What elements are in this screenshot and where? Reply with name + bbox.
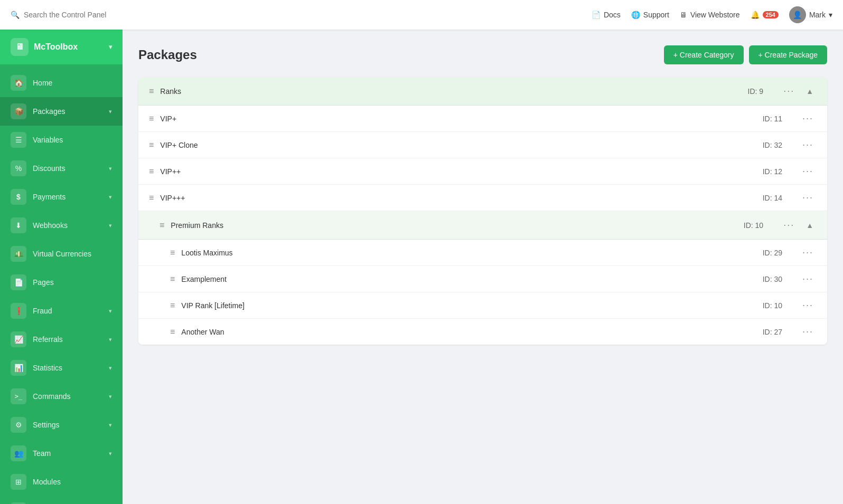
create-category-button[interactable]: + Create Category — [664, 45, 744, 64]
sidebar-label-pages: Pages — [33, 278, 112, 287]
sidebar-item-pages[interactable]: 📄 Pages — [0, 268, 123, 297]
more-button-premium-ranks[interactable]: ··· — [780, 218, 798, 232]
package-list: ≡ Ranks ID: 9 ··· ▲ ≡ VIP+ ID: 11 ··· ≡ — [138, 77, 827, 345]
sidebar-item-statistics[interactable]: 📊 Statistics ▾ — [0, 354, 123, 382]
more-button-vip-plus[interactable]: ··· — [799, 112, 817, 125]
sidebar-item-virtual-currencies[interactable]: 💵 Virtual Currencies — [0, 240, 123, 268]
package-row-vip-plusplus: ≡ VIP++ ID: 12 ··· — [138, 158, 827, 185]
category-name-premium-ranks: Premium Ranks — [171, 221, 737, 230]
create-package-button[interactable]: + Create Package — [749, 45, 827, 64]
sidebar-item-webhooks[interactable]: ⬇ Webhooks ▾ — [0, 211, 123, 240]
package-id-examplement: ID: 30 — [763, 275, 782, 283]
bell-icon: 🔔 — [751, 11, 760, 19]
drag-handle-examplement[interactable]: ≡ — [170, 274, 175, 284]
sidebar-label-virtual-currencies: Virtual Currencies — [33, 250, 112, 258]
sidebar-item-support-tickets[interactable]: 🎫 Support Tickets — [0, 496, 123, 504]
search-area: 🔍 — [11, 11, 592, 19]
webhooks-chevron: ▾ — [109, 222, 112, 229]
package-id-vip-plusplusplus: ID: 14 — [763, 194, 782, 202]
sidebar-label-fraud: Fraud — [33, 307, 102, 315]
payments-chevron: ▾ — [109, 194, 112, 201]
docs-link[interactable]: 📄 Docs — [592, 11, 621, 19]
package-name-lootis-maximus: Lootis Maximus — [181, 249, 756, 257]
sidebar-item-variables[interactable]: ☰ Variables — [0, 126, 123, 154]
webhooks-icon: ⬇ — [11, 217, 26, 233]
team-chevron: ▾ — [109, 450, 112, 457]
row-actions-vip-plusplus: ··· — [799, 165, 817, 178]
team-icon: 👥 — [11, 445, 26, 461]
drag-handle-premium-ranks[interactable]: ≡ — [160, 221, 164, 230]
fraud-icon: ❗ — [11, 303, 26, 319]
sidebar-label-settings: Settings — [33, 421, 102, 429]
package-id-vip-lifetime: ID: 10 — [763, 301, 782, 310]
sidebar: 🖥 McToolbox ▾ 🏠 Home 📦 Packages ▾ ☰ Vari… — [0, 30, 123, 504]
drag-handle-lootis-maximus[interactable]: ≡ — [170, 248, 175, 258]
packages-icon: 📦 — [11, 103, 26, 119]
search-input[interactable] — [24, 11, 161, 19]
more-button-vip-plusplus[interactable]: ··· — [799, 165, 817, 178]
more-button-another-wan[interactable]: ··· — [799, 325, 817, 338]
drag-handle-ranks[interactable]: ≡ — [149, 87, 154, 96]
package-row-examplement: ≡ Examplement ID: 30 ··· — [138, 266, 827, 292]
sidebar-item-team[interactable]: 👥 Team ▾ — [0, 439, 123, 468]
statistics-icon: 📊 — [11, 360, 26, 376]
more-button-ranks[interactable]: ··· — [780, 84, 798, 98]
row-actions-vip-plus-clone: ··· — [799, 138, 817, 151]
sidebar-item-fraud[interactable]: ❗ Fraud ▾ — [0, 297, 123, 325]
drag-handle-vip-plus-clone[interactable]: ≡ — [149, 140, 154, 150]
drag-handle-vip-plus[interactable]: ≡ — [149, 114, 154, 123]
category-row-ranks: ≡ Ranks ID: 9 ··· ▲ — [138, 77, 827, 106]
sidebar-label-team: Team — [33, 449, 102, 458]
notifications-button[interactable]: 🔔 254 — [751, 11, 779, 19]
sidebar-item-settings[interactable]: ⚙ Settings ▾ — [0, 411, 123, 439]
topnav: 🔍 📄 Docs 🌐 Support 🖥 View Webstore 🔔 254… — [0, 0, 843, 30]
view-webstore-link[interactable]: 🖥 View Webstore — [680, 11, 740, 19]
user-menu[interactable]: 👤 Mark ▾ — [789, 6, 832, 23]
discounts-icon: % — [11, 160, 26, 176]
sidebar-item-modules[interactable]: ⊞ Modules — [0, 468, 123, 496]
page-title: Packages — [138, 47, 197, 62]
settings-chevron: ▾ — [109, 422, 112, 429]
sidebar-item-referrals[interactable]: 📈 Referrals ▾ — [0, 325, 123, 354]
sidebar-nav: 🏠 Home 📦 Packages ▾ ☰ Variables % Discou… — [0, 64, 123, 504]
sidebar-label-referrals: Referrals — [33, 335, 102, 344]
collapse-button-premium-ranks[interactable]: ▲ — [803, 220, 817, 231]
payments-icon: $ — [11, 189, 26, 205]
collapse-button-ranks[interactable]: ▲ — [803, 86, 817, 97]
sidebar-label-modules: Modules — [33, 478, 112, 486]
category-id-premium-ranks: ID: 10 — [744, 221, 763, 230]
notification-count: 254 — [763, 11, 779, 18]
sidebar-item-payments[interactable]: $ Payments ▾ — [0, 183, 123, 211]
support-link[interactable]: 🌐 Support — [631, 11, 669, 19]
docs-icon: 📄 — [592, 11, 601, 19]
package-id-vip-plusplus: ID: 12 — [763, 167, 782, 176]
sidebar-item-commands[interactable]: >_ Commands ▾ — [0, 382, 123, 411]
sidebar-item-discounts[interactable]: % Discounts ▾ — [0, 154, 123, 183]
fraud-chevron: ▾ — [109, 308, 112, 315]
package-name-examplement: Examplement — [181, 275, 756, 283]
more-button-vip-lifetime[interactable]: ··· — [799, 299, 817, 312]
sidebar-item-home[interactable]: 🏠 Home — [0, 69, 123, 97]
sidebar-label-discounts: Discounts — [33, 164, 102, 173]
main-layout: 🖥 McToolbox ▾ 🏠 Home 📦 Packages ▾ ☰ Vari… — [0, 30, 843, 504]
package-row-vip-lifetime: ≡ VIP Rank [Lifetime] ID: 10 ··· — [138, 292, 827, 319]
drag-handle-vip-plusplus[interactable]: ≡ — [149, 167, 154, 176]
drag-handle-another-wan[interactable]: ≡ — [170, 327, 175, 337]
drag-handle-vip-plusplusplus[interactable]: ≡ — [149, 193, 154, 203]
user-name: Mark — [809, 11, 826, 19]
sidebar-label-home: Home — [33, 79, 112, 87]
category-id-ranks: ID: 9 — [748, 87, 764, 96]
more-button-examplement[interactable]: ··· — [799, 272, 817, 286]
more-button-lootis-maximus[interactable]: ··· — [799, 246, 817, 259]
row-actions-premium-ranks: ··· ▲ — [780, 218, 817, 232]
drag-handle-vip-lifetime[interactable]: ≡ — [170, 301, 175, 310]
row-actions-vip-lifetime: ··· — [799, 299, 817, 312]
brand[interactable]: 🖥 McToolbox ▾ — [0, 30, 123, 64]
more-button-vip-plusplusplus[interactable]: ··· — [799, 191, 817, 204]
sidebar-item-packages[interactable]: 📦 Packages ▾ — [0, 97, 123, 126]
more-button-vip-plus-clone[interactable]: ··· — [799, 138, 817, 151]
content: Packages + Create Category + Create Pack… — [123, 30, 843, 504]
package-row-vip-plus-clone: ≡ VIP+ Clone ID: 32 ··· — [138, 132, 827, 158]
discounts-chevron: ▾ — [109, 165, 112, 172]
pages-icon: 📄 — [11, 274, 26, 290]
